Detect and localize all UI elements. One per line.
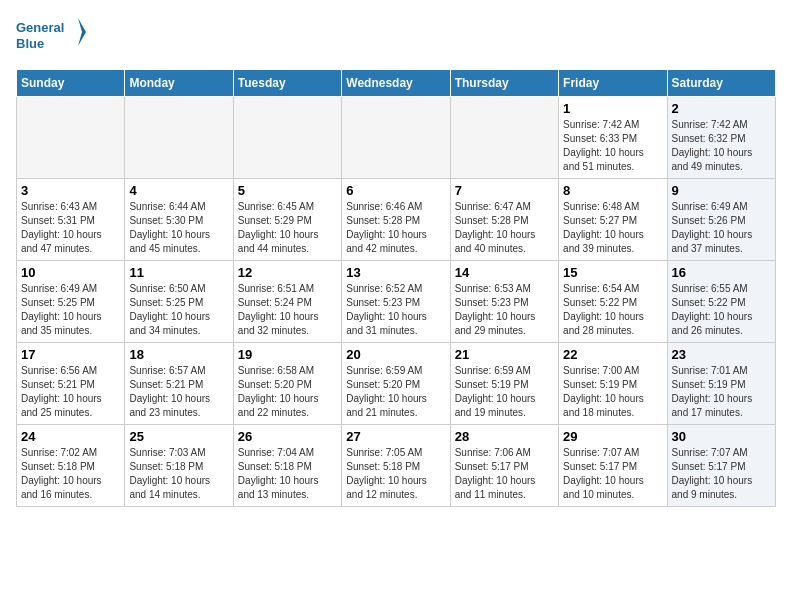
day-info: Sunrise: 6:49 AM Sunset: 5:26 PM Dayligh…	[672, 200, 771, 256]
day-number: 28	[455, 429, 554, 444]
calendar-cell: 3Sunrise: 6:43 AM Sunset: 5:31 PM Daylig…	[17, 179, 125, 261]
weekday-header-tuesday: Tuesday	[233, 70, 341, 97]
week-row-2: 10Sunrise: 6:49 AM Sunset: 5:25 PM Dayli…	[17, 261, 776, 343]
calendar-cell: 14Sunrise: 6:53 AM Sunset: 5:23 PM Dayli…	[450, 261, 558, 343]
day-info: Sunrise: 7:04 AM Sunset: 5:18 PM Dayligh…	[238, 446, 337, 502]
day-number: 6	[346, 183, 445, 198]
day-number: 12	[238, 265, 337, 280]
calendar-cell: 27Sunrise: 7:05 AM Sunset: 5:18 PM Dayli…	[342, 425, 450, 507]
day-info: Sunrise: 7:07 AM Sunset: 5:17 PM Dayligh…	[563, 446, 662, 502]
calendar-cell: 19Sunrise: 6:58 AM Sunset: 5:20 PM Dayli…	[233, 343, 341, 425]
calendar-cell: 24Sunrise: 7:02 AM Sunset: 5:18 PM Dayli…	[17, 425, 125, 507]
calendar-cell: 11Sunrise: 6:50 AM Sunset: 5:25 PM Dayli…	[125, 261, 233, 343]
day-info: Sunrise: 6:43 AM Sunset: 5:31 PM Dayligh…	[21, 200, 120, 256]
day-number: 17	[21, 347, 120, 362]
day-info: Sunrise: 7:42 AM Sunset: 6:32 PM Dayligh…	[672, 118, 771, 174]
calendar-cell: 29Sunrise: 7:07 AM Sunset: 5:17 PM Dayli…	[559, 425, 667, 507]
day-number: 14	[455, 265, 554, 280]
day-info: Sunrise: 6:48 AM Sunset: 5:27 PM Dayligh…	[563, 200, 662, 256]
day-info: Sunrise: 6:53 AM Sunset: 5:23 PM Dayligh…	[455, 282, 554, 338]
day-number: 21	[455, 347, 554, 362]
weekday-header-friday: Friday	[559, 70, 667, 97]
day-number: 2	[672, 101, 771, 116]
calendar-cell: 30Sunrise: 7:07 AM Sunset: 5:17 PM Dayli…	[667, 425, 775, 507]
week-row-4: 24Sunrise: 7:02 AM Sunset: 5:18 PM Dayli…	[17, 425, 776, 507]
calendar-body: 1Sunrise: 7:42 AM Sunset: 6:33 PM Daylig…	[17, 97, 776, 507]
svg-text:General: General	[16, 20, 64, 35]
day-number: 5	[238, 183, 337, 198]
calendar-cell: 8Sunrise: 6:48 AM Sunset: 5:27 PM Daylig…	[559, 179, 667, 261]
calendar-table: SundayMondayTuesdayWednesdayThursdayFrid…	[16, 69, 776, 507]
day-info: Sunrise: 7:05 AM Sunset: 5:18 PM Dayligh…	[346, 446, 445, 502]
day-number: 13	[346, 265, 445, 280]
calendar-cell: 20Sunrise: 6:59 AM Sunset: 5:20 PM Dayli…	[342, 343, 450, 425]
day-info: Sunrise: 6:56 AM Sunset: 5:21 PM Dayligh…	[21, 364, 120, 420]
weekday-header-thursday: Thursday	[450, 70, 558, 97]
calendar-cell: 7Sunrise: 6:47 AM Sunset: 5:28 PM Daylig…	[450, 179, 558, 261]
calendar-cell: 17Sunrise: 6:56 AM Sunset: 5:21 PM Dayli…	[17, 343, 125, 425]
day-number: 15	[563, 265, 662, 280]
logo: General Blue	[16, 16, 86, 61]
day-info: Sunrise: 6:57 AM Sunset: 5:21 PM Dayligh…	[129, 364, 228, 420]
calendar-cell: 23Sunrise: 7:01 AM Sunset: 5:19 PM Dayli…	[667, 343, 775, 425]
day-number: 18	[129, 347, 228, 362]
day-info: Sunrise: 6:59 AM Sunset: 5:19 PM Dayligh…	[455, 364, 554, 420]
day-number: 16	[672, 265, 771, 280]
week-row-3: 17Sunrise: 6:56 AM Sunset: 5:21 PM Dayli…	[17, 343, 776, 425]
calendar-cell: 5Sunrise: 6:45 AM Sunset: 5:29 PM Daylig…	[233, 179, 341, 261]
calendar-cell: 22Sunrise: 7:00 AM Sunset: 5:19 PM Dayli…	[559, 343, 667, 425]
weekday-header-row: SundayMondayTuesdayWednesdayThursdayFrid…	[17, 70, 776, 97]
day-number: 3	[21, 183, 120, 198]
svg-marker-2	[78, 18, 86, 46]
calendar-cell: 2Sunrise: 7:42 AM Sunset: 6:32 PM Daylig…	[667, 97, 775, 179]
calendar-cell	[125, 97, 233, 179]
day-number: 9	[672, 183, 771, 198]
day-number: 10	[21, 265, 120, 280]
calendar-cell: 10Sunrise: 6:49 AM Sunset: 5:25 PM Dayli…	[17, 261, 125, 343]
day-number: 1	[563, 101, 662, 116]
weekday-header-wednesday: Wednesday	[342, 70, 450, 97]
day-info: Sunrise: 7:07 AM Sunset: 5:17 PM Dayligh…	[672, 446, 771, 502]
day-info: Sunrise: 7:42 AM Sunset: 6:33 PM Dayligh…	[563, 118, 662, 174]
logo-svg: General Blue	[16, 16, 86, 61]
day-number: 20	[346, 347, 445, 362]
calendar-cell: 6Sunrise: 6:46 AM Sunset: 5:28 PM Daylig…	[342, 179, 450, 261]
day-number: 24	[21, 429, 120, 444]
calendar-cell	[450, 97, 558, 179]
weekday-header-monday: Monday	[125, 70, 233, 97]
day-info: Sunrise: 7:02 AM Sunset: 5:18 PM Dayligh…	[21, 446, 120, 502]
day-number: 19	[238, 347, 337, 362]
day-info: Sunrise: 6:47 AM Sunset: 5:28 PM Dayligh…	[455, 200, 554, 256]
calendar-cell: 4Sunrise: 6:44 AM Sunset: 5:30 PM Daylig…	[125, 179, 233, 261]
day-number: 7	[455, 183, 554, 198]
day-number: 4	[129, 183, 228, 198]
calendar-cell: 13Sunrise: 6:52 AM Sunset: 5:23 PM Dayli…	[342, 261, 450, 343]
day-number: 23	[672, 347, 771, 362]
day-number: 25	[129, 429, 228, 444]
day-info: Sunrise: 6:52 AM Sunset: 5:23 PM Dayligh…	[346, 282, 445, 338]
day-number: 22	[563, 347, 662, 362]
calendar-cell: 1Sunrise: 7:42 AM Sunset: 6:33 PM Daylig…	[559, 97, 667, 179]
calendar-cell: 9Sunrise: 6:49 AM Sunset: 5:26 PM Daylig…	[667, 179, 775, 261]
week-row-0: 1Sunrise: 7:42 AM Sunset: 6:33 PM Daylig…	[17, 97, 776, 179]
day-info: Sunrise: 6:44 AM Sunset: 5:30 PM Dayligh…	[129, 200, 228, 256]
day-info: Sunrise: 7:00 AM Sunset: 5:19 PM Dayligh…	[563, 364, 662, 420]
calendar-cell	[233, 97, 341, 179]
weekday-header-sunday: Sunday	[17, 70, 125, 97]
svg-text:Blue: Blue	[16, 36, 44, 51]
page-header: General Blue	[16, 16, 776, 61]
day-number: 29	[563, 429, 662, 444]
calendar-cell: 21Sunrise: 6:59 AM Sunset: 5:19 PM Dayli…	[450, 343, 558, 425]
day-info: Sunrise: 7:06 AM Sunset: 5:17 PM Dayligh…	[455, 446, 554, 502]
day-number: 26	[238, 429, 337, 444]
calendar-cell	[17, 97, 125, 179]
calendar-cell: 28Sunrise: 7:06 AM Sunset: 5:17 PM Dayli…	[450, 425, 558, 507]
calendar-cell: 26Sunrise: 7:04 AM Sunset: 5:18 PM Dayli…	[233, 425, 341, 507]
day-info: Sunrise: 7:01 AM Sunset: 5:19 PM Dayligh…	[672, 364, 771, 420]
calendar-cell: 25Sunrise: 7:03 AM Sunset: 5:18 PM Dayli…	[125, 425, 233, 507]
day-info: Sunrise: 6:58 AM Sunset: 5:20 PM Dayligh…	[238, 364, 337, 420]
day-info: Sunrise: 6:49 AM Sunset: 5:25 PM Dayligh…	[21, 282, 120, 338]
week-row-1: 3Sunrise: 6:43 AM Sunset: 5:31 PM Daylig…	[17, 179, 776, 261]
day-info: Sunrise: 6:59 AM Sunset: 5:20 PM Dayligh…	[346, 364, 445, 420]
day-info: Sunrise: 6:54 AM Sunset: 5:22 PM Dayligh…	[563, 282, 662, 338]
